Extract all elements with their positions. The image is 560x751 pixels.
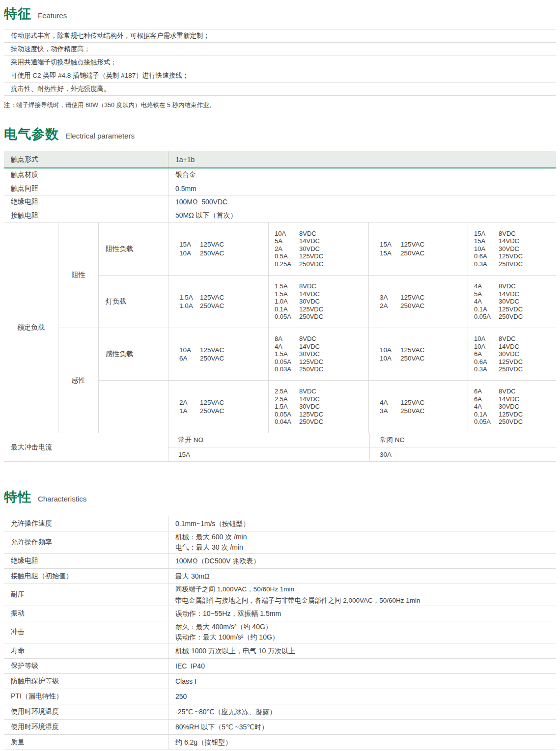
- load-ac-values: 4A125VAC3A250VAC: [368, 380, 468, 433]
- inrush-no-label: 常开 NO: [168, 433, 369, 447]
- row-value: 耐久：最大 400m/s²（约 40G） 误动作：最大 100m/s²（约 10…: [168, 621, 556, 643]
- row-value: 机械：最大 600 次 /min 电气：最大 30 次 /min: [168, 531, 556, 553]
- row-value: 100MΩ 500VDC: [168, 195, 556, 209]
- contact-form-value: 1a+1b: [168, 151, 556, 167]
- electrical-title-en: Electrical parameters: [65, 132, 135, 140]
- features-title-zh: 特征: [4, 5, 31, 23]
- table-row-weight: 质量 约 6.2g（按钮型）: [4, 735, 556, 750]
- characteristics-title-zh: 特性: [4, 488, 31, 506]
- row-label: 触点材质: [4, 168, 168, 182]
- load-dc-values: 4A8VDC5A14VDC4A30VDC0.1A125VDC0.05A250VD…: [468, 275, 556, 328]
- load-type-empty: [98, 380, 168, 433]
- load-dc-values: 6A8VDC6A14VDC4A30VDC0.1A125VDC0.05A250VD…: [468, 380, 556, 433]
- features-note: 注：端子焊接导线时，请使用 60W（350 度以内）电烙铁在 5 秒内结束作业。: [4, 101, 556, 109]
- table-row-contact-gap: 触点间距 0.5mm: [4, 182, 556, 196]
- group-inductive-label: 感性: [58, 328, 98, 433]
- load-dc-values: 10A8VDC10A14VDC6A30VDC0.6A125VDC0.3A250V…: [468, 328, 556, 380]
- feature-item: 可使用 C2 类即 #4.8 插销端子（英制 #187）进行快速接线；: [4, 69, 556, 83]
- row-value: 机械 1000 万次以上，电气 10 万次以上: [168, 643, 556, 658]
- withstand-voltage-values: 同极端子之间 1,000VAC，50/60Hz 1min 带电金属部件与接地之间…: [168, 584, 556, 606]
- row-label: 保护等级: [4, 659, 168, 673]
- characteristics-title-en: Characteristics: [38, 495, 86, 503]
- load-ac-values: 3A125VAC2A250VAC: [368, 275, 468, 328]
- contact-form-header-row: 触点形式 1a+1b: [4, 151, 556, 168]
- row-label: 接触电阻: [4, 209, 168, 223]
- row-value: 带电金属部件与接地之间，各端子与非带电金属部件之间 2,000VAC，50/60…: [168, 595, 556, 606]
- table-row-insulation-resistance: 绝缘电阻 100MΩ（DC500V 兆欧表）: [4, 554, 556, 569]
- row-value: 250: [168, 689, 556, 704]
- features-list: 传动形式丰富，除常规七种传动结构外，可根据客户需求重新定制； 操动速度快，动作精…: [4, 29, 556, 96]
- datasheet-page: 特征 Features 传动形式丰富，除常规七种传动结构外，可根据客户需求重新定…: [0, 0, 560, 750]
- load-type-lamp: 灯负载: [98, 275, 168, 328]
- feature-item: 传动形式丰富，除常规七种传动结构外，可根据客户需求重新定制；: [4, 29, 556, 43]
- row-value: Class Ⅰ: [168, 674, 556, 689]
- row-value: 约 6.2g（按钮型）: [168, 735, 556, 750]
- row-label: 耐压: [4, 584, 168, 606]
- load-type-inductive: 感性负载: [98, 328, 168, 380]
- row-label: 使用时环境湿度: [4, 720, 168, 734]
- load-dc-values: 2.5A8VDC2.5A14VDC1.5A30VDC0.05A125VDC0.0…: [268, 380, 368, 433]
- load-dc-values: 8A8VDC4A14VDC1.5A30VDC0.05A125VDC0.03A25…: [268, 328, 368, 380]
- row-label: 允许操作频率: [4, 531, 168, 553]
- table-row-contact-material: 触点材质 银合金: [4, 168, 556, 182]
- row-value: 最大 30mΩ: [168, 569, 556, 584]
- feature-item: 操动速度快，动作精度高；: [4, 43, 556, 56]
- load-ac-values: 15A125VAC10A250VAC: [168, 223, 268, 275]
- load-ac-values: 10A125VAC6A250VAC: [168, 328, 268, 380]
- row-label: 绝缘电阻: [4, 554, 168, 568]
- row-label: PTI（漏电特性）: [4, 689, 168, 704]
- load-ac-values: 1.5A125VAC1.0A250VAC: [168, 275, 268, 328]
- table-row-operating-frequency: 允许操作频率 机械：最大 600 次 /min 电气：最大 30 次 /min: [4, 531, 556, 554]
- row-value: 同极端子之间 1,000VAC，50/60Hz 1min: [168, 584, 556, 595]
- row-value: 误动作：10~55Hz，双振幅 1.5mm: [168, 606, 556, 621]
- inrush-label: 最大冲击电流: [4, 433, 168, 461]
- row-label: 防触电保护等级: [4, 674, 168, 689]
- electrical-title-zh: 电气参数: [4, 125, 59, 143]
- row-value: IEC IP40: [168, 659, 556, 673]
- row-value: 80%RH 以下（5℃ ~35℃时）: [168, 720, 556, 734]
- inrush-nc-value: 30A: [369, 447, 556, 461]
- table-row-contact-resistance: 接触电阻 50MΩ 以下（首次）: [4, 209, 556, 223]
- feature-item: 采用共通端子切换型触点接触形式；: [4, 56, 556, 69]
- group-resistive-label: 阻性: [58, 223, 98, 328]
- table-row-pti: PTI（漏电特性） 250: [4, 689, 556, 704]
- table-row-contact-resistance-initial: 接触电阻（初始值） 最大 30mΩ: [4, 569, 556, 584]
- row-value: 100MΩ（DC500V 兆欧表）: [168, 554, 556, 568]
- table-row-life: 寿命 机械 1000 万次以上，电气 10 万次以上: [4, 643, 556, 659]
- row-label: 触点间距: [4, 182, 168, 195]
- electrical-section: 电气参数 Electrical parameters 触点形式 1a+1b 触点…: [4, 125, 556, 462]
- row-label: 接触电阻（初始值）: [4, 569, 168, 584]
- row-value: 0.1mm~1m/s（按钮型）: [168, 516, 556, 531]
- load-ac-values: 15A125VAC15A250VAC: [368, 223, 468, 275]
- inrush-nc-label: 常闭 NC: [369, 433, 556, 447]
- row-label: 寿命: [4, 643, 168, 658]
- characteristics-table: 允许操作速度 0.1mm~1m/s（按钮型） 允许操作频率 机械：最大 600 …: [4, 516, 556, 750]
- row-value: 0.5mm: [168, 182, 556, 195]
- features-title-en: Features: [38, 11, 67, 20]
- load-ac-values: 10A125VAC10A250VAC: [368, 328, 468, 380]
- contact-form-label: 触点形式: [4, 151, 168, 167]
- features-section: 特征 Features 传动形式丰富，除常规七种传动结构外，可根据客户需求重新定…: [4, 5, 556, 109]
- electrical-section-title: 电气参数 Electrical parameters: [4, 125, 556, 142]
- table-row-insulation-resistance: 绝缘电阻 100MΩ 500VDC: [4, 195, 556, 209]
- electrical-table: 触点形式 1a+1b 触点材质 银合金 触点间距 0.5mm 绝缘电阻 100M…: [4, 151, 556, 462]
- features-section-title: 特征 Features: [4, 5, 556, 22]
- load-type-resistive: 阻性负载: [98, 223, 168, 275]
- row-value: -25℃ ~80℃（应无冰冻、凝露）: [168, 704, 556, 719]
- characteristics-section-title: 特性 Characteristics: [4, 488, 556, 505]
- table-row-protection-rating: 保护等级 IEC IP40: [4, 659, 556, 674]
- feature-item: 抗击性、耐热性好，外壳强度高。: [4, 83, 556, 96]
- rated-load-grid: 额定负载 阻性 感性 阻性负载 15A125VAC10A250VAC 10A8V…: [4, 223, 556, 433]
- inrush-current-rows: 最大冲击电流 常开 NO 常闭 NC 15A 30A: [4, 433, 556, 462]
- characteristics-section: 特性 Characteristics 允许操作速度 0.1mm~1m/s（按钮型…: [4, 488, 556, 750]
- row-label: 冲击: [4, 621, 168, 643]
- table-row-ambient-temperature: 使用时环境温度 -25℃ ~80℃（应无冰冻、凝露）: [4, 704, 556, 720]
- table-row-operating-speed: 允许操作速度 0.1mm~1m/s（按钮型）: [4, 516, 556, 531]
- inrush-no-value: 15A: [168, 447, 369, 461]
- load-dc-values: 10A8VDC5A14VDC2A30VDC0.5A125VDC0.25A250V…: [268, 223, 368, 275]
- table-row-shock: 冲击 耐久：最大 400m/s²（约 40G） 误动作：最大 100m/s²（约…: [4, 621, 556, 643]
- row-label: 允许操作速度: [4, 516, 168, 531]
- table-row-withstand-voltage: 耐压 同极端子之间 1,000VAC，50/60Hz 1min 带电金属部件与接…: [4, 584, 556, 606]
- table-row-vibration: 振动 误动作：10~55Hz，双振幅 1.5mm: [4, 606, 556, 621]
- load-dc-values: 15A8VDC15A14VDC10A30VDC0.6A125VDC0.3A250…: [468, 223, 556, 275]
